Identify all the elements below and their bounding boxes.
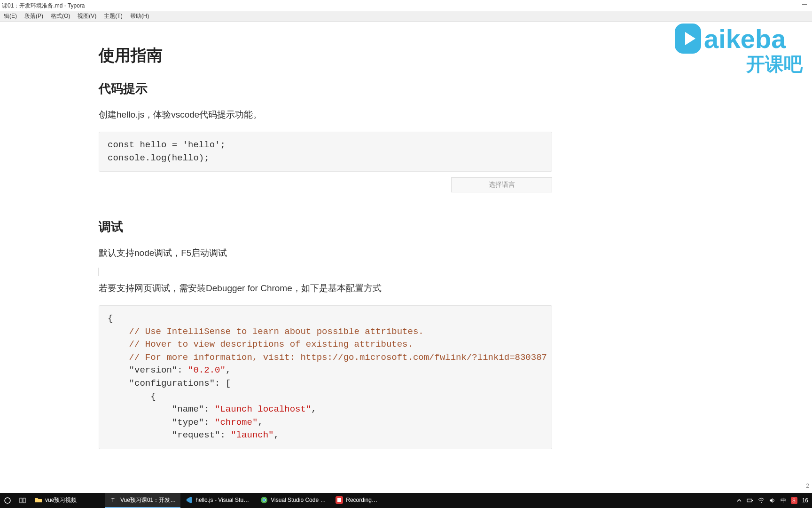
- page-indicator: 2: [806, 483, 809, 489]
- svg-text:S: S: [792, 498, 796, 503]
- windows-taskbar: vue预习视频 T Vue预习课01：开发… hello.js - Visual…: [0, 493, 812, 508]
- taskbar-app-explorer[interactable]: vue预习视频: [30, 493, 105, 508]
- taskbar-app-label: Visual Studio Code …: [271, 497, 326, 503]
- taskbar-app-vscode[interactable]: hello.js - Visual Stu…: [180, 493, 256, 508]
- code-line: const hello = 'hello';: [108, 140, 226, 150]
- tray-chevron-up-icon[interactable]: [736, 498, 742, 503]
- svg-point-13: [263, 499, 265, 501]
- svg-rect-6: [20, 498, 22, 503]
- svg-point-18: [761, 502, 762, 503]
- tray-volume-icon[interactable]: [769, 498, 776, 503]
- svg-marker-19: [770, 498, 773, 503]
- heading-usage-guide: 使用指南: [99, 45, 552, 66]
- svg-text:aikeba: aikeba: [704, 24, 786, 54]
- tray-sogou-icon[interactable]: S: [791, 497, 797, 504]
- taskbar-app-label: Recording…: [346, 497, 377, 503]
- menu-edit[interactable]: 辑(E): [0, 11, 21, 21]
- task-view-button[interactable]: [15, 493, 30, 508]
- code-line: console.log(hello);: [108, 153, 210, 163]
- heading-code-hint: 代码提示: [99, 80, 552, 97]
- svg-rect-15: [337, 498, 341, 502]
- taskbar-app-recorder[interactable]: Recording…: [331, 493, 406, 508]
- tray-ime[interactable]: 中: [781, 497, 786, 505]
- heading-debug: 调试: [99, 219, 552, 235]
- brand-logo: aikeba 开课吧: [671, 15, 812, 76]
- document-editor[interactable]: 使用指南 代码提示 创建hello.js，体验vscode代码提示功能。 con…: [99, 45, 552, 453]
- menu-format[interactable]: 格式(O): [47, 11, 74, 21]
- taskbar-app-label: hello.js - Visual Stu…: [195, 497, 249, 503]
- recorder-icon: [336, 496, 343, 504]
- menu-theme[interactable]: 主题(T): [100, 11, 126, 21]
- svg-text:T: T: [111, 497, 115, 503]
- tray-wifi-icon[interactable]: [758, 498, 765, 503]
- paragraph-debug-2: 若要支持网页调试，需安装Debugger for Chrome，如下是基本配置方…: [99, 281, 552, 296]
- taskbar-app-typora[interactable]: T Vue预习课01：开发…: [105, 493, 180, 508]
- taskbar-app-label: vue预习视频: [45, 496, 77, 504]
- svg-marker-10: [187, 497, 192, 503]
- code-block-hello[interactable]: const hello = 'hello'; console.log(hello…: [99, 132, 552, 172]
- language-select[interactable]: 选择语言: [451, 177, 552, 192]
- folder-icon: [35, 496, 42, 504]
- chrome-icon: [260, 496, 268, 504]
- start-button[interactable]: [0, 493, 15, 508]
- taskbar-app-label: Vue预习课01：开发…: [120, 496, 176, 504]
- language-select-label: 选择语言: [489, 181, 515, 189]
- cortana-icon: [4, 497, 11, 504]
- vscode-icon: [185, 496, 193, 504]
- window-title: 课01：开发环境准备.md - Typora: [2, 2, 85, 10]
- code-block-launch-json[interactable]: { // Use IntelliSense to learn about pos…: [99, 305, 552, 449]
- window-titlebar: 课01：开发环境准备.md - Typora: [0, 0, 812, 11]
- menu-paragraph[interactable]: 段落(P): [21, 11, 47, 21]
- svg-text:开课吧: 开课吧: [746, 54, 803, 75]
- paragraph-debug-1: 默认支持node调试，F5启动调试: [99, 246, 552, 261]
- typora-icon: T: [110, 496, 117, 504]
- svg-rect-7: [23, 498, 25, 503]
- taskbar-app-chrome[interactable]: Visual Studio Code …: [256, 493, 331, 508]
- paragraph-code-intro: 创建hello.js，体验vscode代码提示功能。: [99, 107, 552, 122]
- svg-point-5: [5, 498, 10, 503]
- task-view-icon: [19, 497, 26, 504]
- menu-help[interactable]: 帮助(H): [126, 11, 153, 21]
- tray-clock[interactable]: 16: [802, 497, 808, 504]
- svg-rect-16: [747, 499, 752, 502]
- svg-rect-17: [752, 500, 753, 501]
- tray-power-icon[interactable]: [747, 498, 753, 503]
- minimize-button[interactable]: [802, 2, 807, 8]
- text-cursor: [99, 268, 99, 276]
- menu-view[interactable]: 视图(V): [74, 11, 100, 21]
- system-tray: 中 S 16: [736, 497, 812, 505]
